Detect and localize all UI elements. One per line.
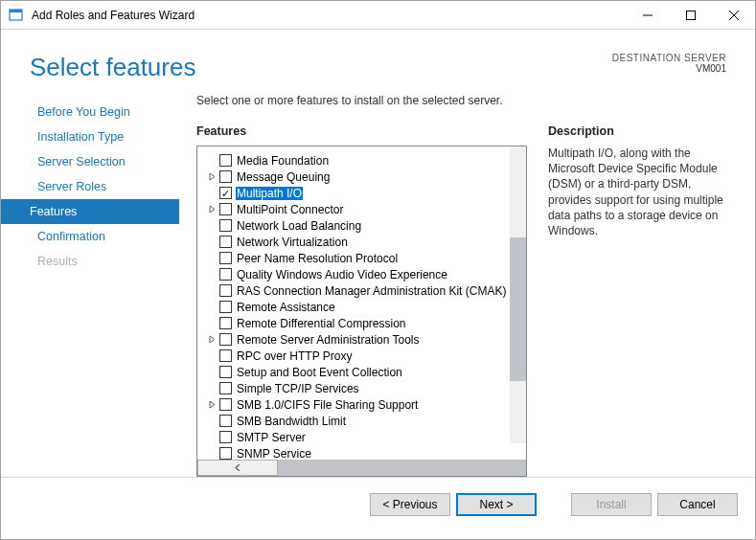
expand-icon[interactable] xyxy=(207,171,218,182)
feature-item[interactable]: Simple TCP/IP Services xyxy=(197,380,526,396)
feature-item[interactable]: Remote Assistance xyxy=(197,299,526,315)
feature-checkbox[interactable] xyxy=(219,236,232,248)
wizard-step[interactable]: Features xyxy=(1,199,179,224)
vertical-scrollbar[interactable] xyxy=(510,146,526,443)
feature-label: RPC over HTTP Proxy xyxy=(236,349,353,363)
footer: < Previous Next > Install Cancel xyxy=(1,477,755,530)
feature-item[interactable]: SMB 1.0/CIFS File Sharing Support xyxy=(197,396,526,413)
features-listbox[interactable]: Media FoundationMessage QueuingMultipath… xyxy=(196,146,527,477)
feature-item[interactable]: Media Foundation xyxy=(197,152,526,169)
feature-label: SNMP Service xyxy=(236,447,312,461)
feature-item[interactable]: Message Queuing xyxy=(197,169,526,185)
wizard-step[interactable]: Before You Begin xyxy=(1,100,179,124)
scrollbar-thumb[interactable] xyxy=(510,237,526,381)
feature-item[interactable]: SMB Bandwidth Limit xyxy=(197,413,526,429)
feature-item[interactable]: RPC over HTTP Proxy xyxy=(197,348,526,364)
feature-checkbox[interactable] xyxy=(219,219,232,232)
feature-checkbox[interactable] xyxy=(219,187,232,199)
expand-icon[interactable] xyxy=(207,399,218,410)
scrollbar-thumb[interactable] xyxy=(278,460,527,476)
feature-checkbox[interactable] xyxy=(219,333,232,346)
feature-checkbox[interactable] xyxy=(219,398,232,411)
feature-label: SMTP Server xyxy=(236,431,307,444)
wizard-step[interactable]: Server Selection xyxy=(1,149,179,174)
description-column: Description Multipath I/O, along with th… xyxy=(548,124,730,477)
feature-item[interactable]: Setup and Boot Event Collection xyxy=(197,364,526,380)
feature-item[interactable]: SNMP Service xyxy=(197,445,526,460)
wizard-step[interactable]: Installation Type xyxy=(1,124,179,149)
feature-label: Network Virtualization xyxy=(236,236,349,249)
content: Select one or more features to install o… xyxy=(179,92,745,477)
feature-checkbox[interactable] xyxy=(219,284,232,297)
window-controls xyxy=(626,1,755,29)
feature-item[interactable]: MultiPoint Connector xyxy=(197,201,526,217)
destination-name: VM001 xyxy=(612,63,726,74)
feature-checkbox[interactable] xyxy=(219,349,232,362)
feature-checkbox[interactable] xyxy=(219,366,232,378)
feature-label: Quality Windows Audio Video Experience xyxy=(236,268,448,281)
feature-item[interactable]: Multipath I/O xyxy=(197,185,526,201)
feature-label: SMB Bandwidth Limit xyxy=(236,415,347,428)
wizard-steps: Before You BeginInstallation TypeServer … xyxy=(1,92,179,477)
next-button[interactable]: Next > xyxy=(456,493,537,516)
description-text: Multipath I/O, along with the Microsoft … xyxy=(548,146,730,238)
columns: Features Media FoundationMessage Queuing… xyxy=(196,124,730,477)
feature-item[interactable]: Network Load Balancing xyxy=(197,217,526,234)
features-list: Media FoundationMessage QueuingMultipath… xyxy=(197,146,526,460)
feature-label: Message Queuing xyxy=(236,170,331,184)
feature-label: SMB 1.0/CIFS File Sharing Support xyxy=(236,398,419,412)
feature-checkbox[interactable] xyxy=(219,252,232,264)
feature-item[interactable]: Quality Windows Audio Video Experience xyxy=(197,266,526,282)
feature-item[interactable]: Remote Server Administration Tools xyxy=(197,331,526,348)
feature-label: Peer Name Resolution Protocol xyxy=(236,252,399,265)
feature-checkbox[interactable] xyxy=(219,170,232,183)
window-title: Add Roles and Features Wizard xyxy=(32,9,626,22)
page-title: Select features xyxy=(30,53,195,82)
previous-button[interactable]: < Previous xyxy=(370,493,450,516)
horizontal-scrollbar[interactable] xyxy=(197,460,526,476)
feature-checkbox[interactable] xyxy=(219,447,232,460)
expand-icon[interactable] xyxy=(207,204,218,214)
feature-checkbox[interactable] xyxy=(219,301,232,313)
feature-item[interactable]: Peer Name Resolution Protocol xyxy=(197,250,526,266)
feature-checkbox[interactable] xyxy=(219,203,232,215)
feature-label: Remote Server Administration Tools xyxy=(236,333,421,347)
svg-rect-3 xyxy=(686,11,695,19)
feature-label: RAS Connection Manager Administration Ki… xyxy=(236,284,507,298)
close-button[interactable] xyxy=(712,1,755,29)
feature-checkbox[interactable] xyxy=(219,268,232,281)
feature-label: Multipath I/O xyxy=(236,187,303,200)
destination-server: DESTINATION SERVER VM001 xyxy=(612,53,726,74)
feature-label: Simple TCP/IP Services xyxy=(236,382,360,395)
feature-item[interactable]: Network Virtualization xyxy=(197,234,526,250)
feature-checkbox[interactable] xyxy=(219,154,232,167)
wizard-step[interactable]: Server Roles xyxy=(1,174,179,199)
feature-checkbox[interactable] xyxy=(219,431,232,443)
title-bar: Add Roles and Features Wizard xyxy=(1,1,755,30)
feature-label: Remote Differential Compression xyxy=(236,317,407,330)
feature-item[interactable]: Remote Differential Compression xyxy=(197,315,526,331)
cancel-button[interactable]: Cancel xyxy=(657,493,738,516)
wizard-step[interactable]: Confirmation xyxy=(1,224,179,249)
description-heading: Description xyxy=(548,124,730,138)
minimize-button[interactable] xyxy=(626,1,669,29)
feature-checkbox[interactable] xyxy=(219,317,232,329)
scrollbar-track[interactable] xyxy=(278,460,446,476)
destination-label: DESTINATION SERVER xyxy=(612,53,726,63)
svg-rect-1 xyxy=(10,10,22,12)
feature-item[interactable]: SMTP Server xyxy=(197,429,526,445)
feature-label: Network Load Balancing xyxy=(236,219,362,233)
instruction-text: Select one or more features to install o… xyxy=(196,92,730,107)
feature-item[interactable]: RAS Connection Manager Administration Ki… xyxy=(197,282,526,299)
install-button[interactable]: Install xyxy=(571,493,652,516)
feature-label: Setup and Boot Event Collection xyxy=(236,366,403,379)
body: Before You BeginInstallation TypeServer … xyxy=(1,92,755,477)
feature-checkbox[interactable] xyxy=(219,415,232,427)
feature-label: Remote Assistance xyxy=(236,301,336,314)
feature-label: Media Foundation xyxy=(236,154,330,168)
header: Select features DESTINATION SERVER VM001 xyxy=(1,30,755,92)
maximize-button[interactable] xyxy=(669,1,712,29)
scroll-left-button[interactable] xyxy=(197,460,278,476)
expand-icon[interactable] xyxy=(207,334,218,345)
feature-checkbox[interactable] xyxy=(219,382,232,394)
